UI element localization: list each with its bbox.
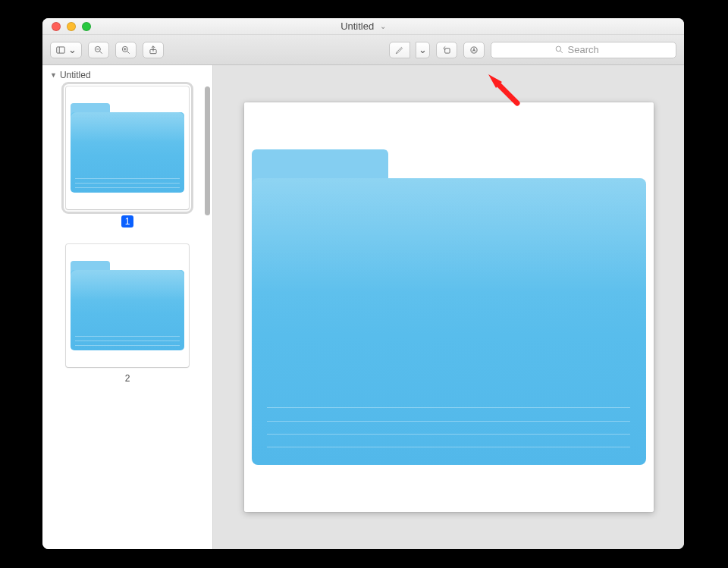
- svg-rect-0: [57, 46, 65, 52]
- thumbnails-sidebar: ▼ Untitled 1: [42, 65, 213, 549]
- sidebar-doc-name: Untitled: [60, 70, 91, 80]
- search-input[interactable]: [568, 44, 613, 55]
- close-window-button[interactable]: [52, 22, 61, 31]
- disclosure-triangle-icon[interactable]: ▼: [50, 71, 57, 79]
- sidebar-doc-header[interactable]: ▼ Untitled: [42, 65, 212, 82]
- share-button[interactable]: [143, 42, 164, 58]
- svg-line-4: [99, 51, 102, 53]
- folder-icon: [252, 149, 646, 465]
- chevron-down-icon: ⌄: [68, 44, 77, 55]
- content-area: [213, 65, 684, 549]
- title-dropdown-icon[interactable]: ⌄: [380, 22, 386, 30]
- svg-line-13: [560, 51, 563, 53]
- preview-canvas[interactable]: [244, 102, 654, 512]
- page-thumbnail[interactable]: 2: [56, 244, 199, 384]
- markup-button[interactable]: [389, 42, 410, 58]
- pencil-icon: [394, 45, 405, 55]
- zoom-out-icon: [93, 45, 104, 55]
- svg-point-12: [556, 46, 561, 51]
- zoom-window-button[interactable]: [82, 22, 91, 31]
- preview-window: Untitled ⌄ ⌄: [42, 18, 684, 549]
- zoom-out-button[interactable]: [88, 42, 109, 58]
- minimize-window-button[interactable]: [67, 22, 76, 31]
- rotate-button[interactable]: [436, 42, 457, 58]
- markup-dropdown-button[interactable]: ⌄: [416, 42, 430, 58]
- document-title[interactable]: Untitled: [340, 20, 374, 32]
- zoom-in-button[interactable]: [115, 42, 136, 58]
- sidebar-scrollbar[interactable]: [205, 86, 210, 215]
- chevron-down-icon: ⌄: [419, 44, 427, 55]
- view-mode-button[interactable]: ⌄: [50, 42, 82, 58]
- folder-icon: [71, 103, 184, 193]
- markup-toolbar-icon: [469, 45, 479, 55]
- zoom-in-icon: [121, 45, 131, 55]
- folder-icon: [71, 261, 184, 350]
- toolbar: ⌄ ⌄: [42, 35, 684, 65]
- titlebar: Untitled ⌄: [42, 18, 684, 35]
- annotate-button[interactable]: [463, 42, 485, 58]
- search-field[interactable]: [491, 42, 676, 58]
- page-number-label: 2: [125, 373, 130, 384]
- svg-line-8: [127, 51, 129, 53]
- page-number-label: 1: [121, 215, 134, 228]
- share-icon: [148, 45, 158, 55]
- thumbnail-frame: [66, 86, 189, 209]
- sidebar-icon: [55, 45, 66, 55]
- rotate-left-icon: [441, 45, 452, 55]
- search-icon: [554, 45, 564, 55]
- window-controls: [42, 22, 91, 31]
- page-thumbnail[interactable]: 1: [56, 86, 199, 228]
- svg-rect-10: [445, 48, 450, 52]
- thumbnail-frame: [66, 244, 189, 367]
